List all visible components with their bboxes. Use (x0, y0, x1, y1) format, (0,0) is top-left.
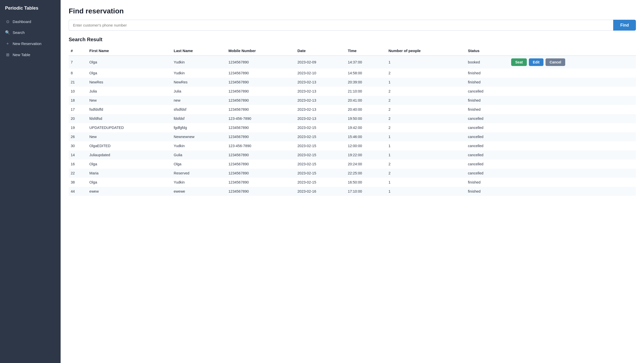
table-row: 14JuliaupdatedGulia12345678902023-02-151… (69, 150, 636, 160)
cell-9-1: OlgaEDITED (87, 141, 172, 150)
cell-7-3: 1234567890 (227, 123, 295, 132)
cell-3-6: 2 (386, 87, 466, 96)
cell-7-7: cancelled (466, 123, 509, 132)
table-row: 20fdsfdfsdfdsfdsf123-456-78902023-02-131… (69, 114, 636, 123)
edit-button[interactable]: Edit (529, 58, 543, 66)
cell-5-3: 1234567890 (227, 105, 295, 114)
cancel-button[interactable]: Cancel (546, 58, 565, 66)
cell-11-3: 1234567890 (227, 160, 295, 169)
sidebar-item-new-table[interactable]: ⊞New Table (0, 50, 61, 60)
cell-12-6: 2 (386, 169, 466, 178)
cell-13-2: Yudkin (172, 178, 227, 187)
search-input[interactable] (69, 20, 613, 31)
cell-11-5: 20:24:00 (346, 160, 386, 169)
cell-3-7: cancelled (466, 87, 509, 96)
cell-0-6: 1 (386, 56, 466, 69)
cell-14-5: 17:10:00 (346, 187, 386, 196)
search-bar: Find (69, 20, 636, 31)
cell-actions-1 (509, 69, 636, 78)
sidebar-item-dashboard[interactable]: ⊙Dashboard (0, 16, 61, 27)
cell-11-7: cancelled (466, 160, 509, 169)
sidebar-item-new-reservation[interactable]: ＋New Reservation (0, 38, 61, 49)
cell-12-1: Maria (87, 169, 172, 178)
cell-1-2: Yudkin (172, 69, 227, 78)
col-header-number-of-people: Number of people (386, 46, 466, 56)
cell-5-0: 17 (69, 105, 87, 114)
cell-actions-4 (509, 96, 636, 105)
main-content: Find reservation Find Search Result #Fir… (61, 0, 644, 363)
col-header-actions (509, 46, 636, 56)
table-row: 44ewewewewe12345678902023-02-1617:10:001… (69, 187, 636, 196)
cell-1-6: 2 (386, 69, 466, 78)
cell-5-2: sfsdfdsf (172, 105, 227, 114)
action-buttons: SeatEditCancel (511, 58, 633, 66)
cell-10-3: 1234567890 (227, 150, 295, 160)
cell-9-7: cancelled (466, 141, 509, 150)
cell-12-0: 22 (69, 169, 87, 178)
cell-13-7: finished (466, 178, 509, 187)
cell-11-6: 2 (386, 160, 466, 169)
table-row: 26NewNewnewnew12345678902023-02-1515:46:… (69, 132, 636, 141)
cell-3-1: Julia (87, 87, 172, 96)
seat-button[interactable]: Seat (511, 58, 527, 66)
cell-2-7: finished (466, 78, 509, 87)
cell-actions-7 (509, 123, 636, 132)
cell-actions-10 (509, 150, 636, 160)
cell-13-1: Olga (87, 178, 172, 187)
cell-actions-9 (509, 141, 636, 150)
cell-12-5: 22:25:00 (346, 169, 386, 178)
table-row: 30OlgaEDITEDYudkin123-456-78902023-02-15… (69, 141, 636, 150)
cell-7-0: 19 (69, 123, 87, 132)
cell-6-6: 2 (386, 114, 466, 123)
cell-0-1: Olga (87, 56, 172, 69)
cell-6-4: 2023-02-13 (295, 114, 346, 123)
cell-9-0: 30 (69, 141, 87, 150)
cell-7-6: 2 (386, 123, 466, 132)
cell-actions-12 (509, 169, 636, 178)
cell-2-5: 20:39:00 (346, 78, 386, 87)
cell-1-0: 8 (69, 69, 87, 78)
cell-2-4: 2023-02-13 (295, 78, 346, 87)
cell-14-0: 44 (69, 187, 87, 196)
cell-12-3: 1234567890 (227, 169, 295, 178)
cell-11-1: Olga (87, 160, 172, 169)
cell-1-3: 1234567890 (227, 69, 295, 78)
cell-2-1: NewRes (87, 78, 172, 87)
result-table: #First NameLast NameMobile NumberDateTim… (69, 46, 636, 196)
cell-7-2: fgdfgfdg (172, 123, 227, 132)
table-row: 19UPDATEDUPDATEDfgdfgfdg12345678902023-0… (69, 123, 636, 132)
cell-6-7: cancelled (466, 114, 509, 123)
col-header-mobile-number: Mobile Number (227, 46, 295, 56)
cell-14-7: finished (466, 187, 509, 196)
cell-4-6: 2 (386, 96, 466, 105)
cell-8-7: cancelled (466, 132, 509, 141)
dashboard-icon: ⊙ (5, 19, 10, 24)
cell-13-0: 38 (69, 178, 87, 187)
cell-actions-5 (509, 105, 636, 114)
cell-5-4: 2023-02-13 (295, 105, 346, 114)
cell-1-5: 14:58:00 (346, 69, 386, 78)
cell-actions-2 (509, 78, 636, 87)
table-row: 18Newnew12345678902023-02-1320:41:002fin… (69, 96, 636, 105)
cell-6-5: 19:50:00 (346, 114, 386, 123)
new-reservation-icon: ＋ (5, 41, 10, 46)
table-row: 16OlgaOlga12345678902023-02-1520:24:002c… (69, 160, 636, 169)
cell-8-2: Newnewnew (172, 132, 227, 141)
sidebar-item-search[interactable]: 🔍Search (0, 27, 61, 38)
cell-8-0: 26 (69, 132, 87, 141)
cell-10-2: Gulia (172, 150, 227, 160)
sidebar-label-search: Search (13, 30, 25, 35)
cell-0-3: 1234567890 (227, 56, 295, 69)
table-row: 8OlgaYudkin12345678902023-02-1014:58:002… (69, 69, 636, 78)
cell-6-3: 123-456-7890 (227, 114, 295, 123)
cell-8-4: 2023-02-15 (295, 132, 346, 141)
table-row: 17fsdfdsffdsfsdfdsf12345678902023-02-132… (69, 105, 636, 114)
sidebar: Periodic Tables ⊙Dashboard🔍Search＋New Re… (0, 0, 61, 363)
cell-6-2: fdsfdsf (172, 114, 227, 123)
cell-10-4: 2023-02-15 (295, 150, 346, 160)
col-header-first-name: First Name (87, 46, 172, 56)
cell-4-2: new (172, 96, 227, 105)
col-header-time: Time (346, 46, 386, 56)
cell-9-4: 2023-02-15 (295, 141, 346, 150)
find-button[interactable]: Find (613, 20, 636, 31)
